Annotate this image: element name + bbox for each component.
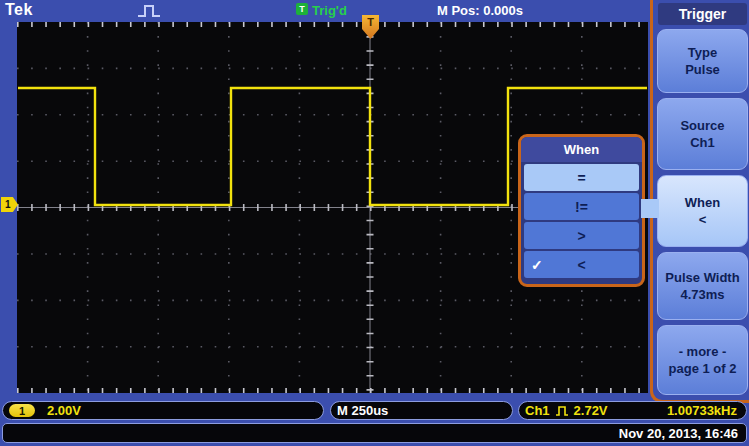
channel1-ground-marker[interactable]: 1 — [1, 197, 18, 212]
menu-button-source-line1: Source — [680, 117, 724, 134]
menu-button-source[interactable]: Source Ch1 — [657, 98, 748, 170]
menu-button-more-line2: page 1 of 2 — [669, 360, 737, 377]
when-option-equal[interactable]: = — [524, 164, 639, 191]
menu-button-when-line2: < — [699, 211, 707, 228]
pulse-icon — [138, 4, 162, 18]
menu-button-when-line1: When — [685, 194, 720, 211]
when-option-not-equal[interactable]: != — [524, 193, 639, 220]
when-option-not-equal-label: != — [575, 199, 588, 215]
menu-button-pulse-width[interactable]: Pulse Width 4.73ms — [657, 252, 748, 320]
when-option-greater-label: > — [577, 228, 585, 244]
tek-logo: Tek — [5, 1, 33, 19]
pulse-trigger-icon — [556, 405, 569, 417]
menu-button-type[interactable]: Type Pulse — [657, 29, 748, 93]
oscilloscope-screen: Tek T Trig'd M Pos: 0.000s T 1 When = !=… — [0, 0, 749, 446]
menu-button-when[interactable]: When < — [657, 175, 748, 247]
when-option-less[interactable]: ✓ < — [524, 251, 639, 278]
checkmark-icon: ✓ — [531, 257, 543, 273]
menu-button-type-line1: Type — [688, 44, 717, 61]
when-option-greater[interactable]: > — [524, 222, 639, 249]
menu-button-source-line2: Ch1 — [690, 134, 715, 151]
horizontal-position-readout: M Pos: 0.000s — [437, 3, 523, 18]
when-option-equal-label: = — [577, 170, 585, 186]
trigger-menu-panel: Trigger Type Pulse Source Ch1 When < Pul… — [650, 0, 749, 403]
datetime-value: Nov 20, 2013, 16:46 — [619, 426, 738, 441]
timebase-value: M 250us — [337, 403, 388, 418]
trigger-level-value: 2.72V — [574, 403, 608, 418]
trigger-status-text: Trig'd — [312, 3, 347, 18]
trigger-source-value: Ch1 — [525, 403, 550, 418]
menu-button-more[interactable]: - more - page 1 of 2 — [657, 325, 748, 395]
channel1-scale-value: 2.00V — [47, 403, 81, 418]
popup-menu-connector — [641, 199, 659, 218]
when-popup-title: When — [521, 137, 642, 162]
channel1-scale-readout: 1 2.00V — [2, 401, 324, 420]
menu-title: Trigger — [658, 3, 747, 25]
menu-button-pulse-width-line2: 4.73ms — [680, 286, 724, 303]
when-option-less-label: < — [577, 257, 585, 273]
trigger-readout: Ch1 2.72V 1.00733kHz — [518, 401, 747, 420]
frequency-counter: 1.00733kHz — [667, 403, 737, 418]
timebase-readout: M 250us — [330, 401, 513, 420]
datetime-bar: Nov 20, 2013, 16:46 — [2, 423, 747, 443]
menu-button-pulse-width-line1: Pulse Width — [665, 269, 739, 286]
channel1-badge: 1 — [9, 404, 35, 417]
when-popup: When = != > ✓ < — [518, 134, 645, 287]
trigger-status-icon: T — [296, 3, 308, 15]
menu-button-type-line2: Pulse — [685, 61, 720, 78]
menu-button-more-line1: - more - — [679, 343, 727, 360]
